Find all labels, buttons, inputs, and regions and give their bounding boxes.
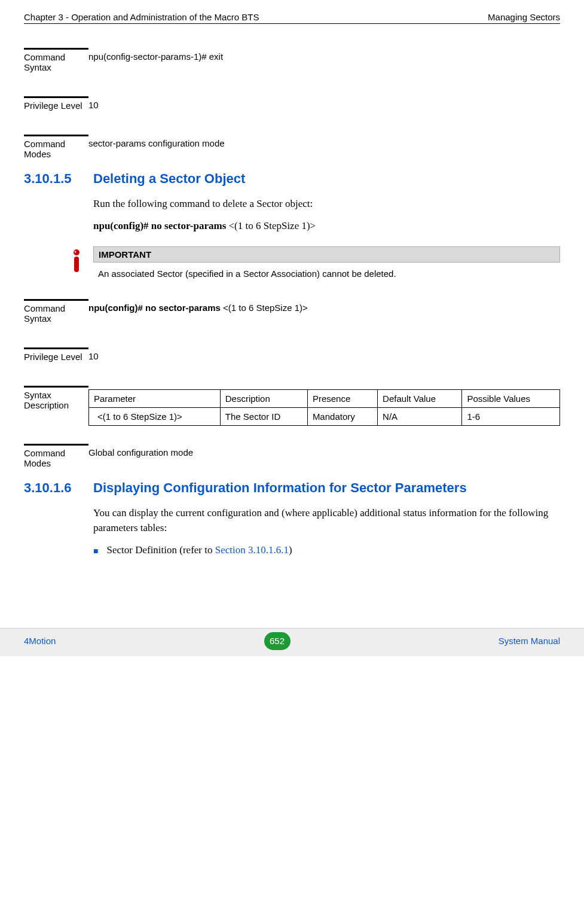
privilege-level2-row: Privilege Level 10 (24, 347, 560, 362)
th-parameter: Parameter (89, 389, 221, 407)
privilege-level2-label: Privilege Level (24, 347, 88, 362)
header-left: Chapter 3 - Operation and Administration… (24, 12, 259, 22)
th-default: Default Value (378, 389, 462, 407)
important-icon (70, 249, 83, 274)
svg-point-0 (74, 249, 80, 255)
header-right: Managing Sectors (488, 12, 560, 22)
section2-intro: You can display the current configuratio… (93, 505, 560, 536)
list-item-text: Sector Definition (refer to Section 3.10… (106, 544, 292, 556)
page-number-pill: 652 (264, 632, 291, 650)
section2-number: 3.10.1.6 (24, 480, 93, 496)
footer-right: System Manual (499, 636, 560, 646)
command-syntax2-value: npu(config)# no sector-params <(1 to 6 S… (88, 299, 560, 324)
li-text-post: ) (289, 544, 292, 556)
command-modes-label: Command Modes (24, 135, 88, 159)
command-syntax2-bold: npu(config)# no sector-params (88, 303, 223, 313)
command-argument: <(1 to 6 StepSize 1)> (229, 220, 316, 231)
page-footer: 4Motion 652 System Manual (0, 628, 584, 656)
section1-intro: Run the following command to delete a Se… (93, 196, 560, 212)
td-presence: Mandatory (307, 407, 377, 425)
privilege-level2-value: 10 (88, 347, 560, 362)
command-syntax2-plain: <(1 to 6 StepSize 1)> (223, 303, 308, 313)
section2-title: Displaying Configuration Information for… (93, 480, 467, 496)
table-row: <(1 to 6 StepSize 1)> The Sector ID Mand… (89, 407, 560, 425)
command-modes-row: Command Modes sector-params configuratio… (24, 135, 560, 159)
cross-reference-link[interactable]: Section 3.10.1.6.1 (215, 544, 289, 556)
syntax-description-label: Syntax Description (24, 386, 88, 426)
command-modes2-label: Command Modes (24, 444, 88, 468)
command-syntax2-row: Command Syntax npu(config)# no sector-pa… (24, 299, 560, 324)
command-modes-value: sector-params configuration mode (88, 135, 560, 159)
important-title: IMPORTANT (93, 246, 560, 263)
command-syntax-row: Command Syntax npu(config-sector-params-… (24, 48, 560, 72)
syntax-description-row: Syntax Description Parameter Description… (24, 386, 560, 426)
td-possible: 1-6 (462, 407, 560, 425)
privilege-level-value: 10 (88, 96, 560, 111)
section-number: 3.10.1.5 (24, 171, 93, 187)
section-heading-displaying: 3.10.1.6 Displaying Configuration Inform… (24, 480, 560, 496)
th-possible: Possible Values (462, 389, 560, 407)
command-syntax-value: npu(config-sector-params-1)# exit (88, 48, 560, 72)
th-presence: Presence (307, 389, 377, 407)
list-bullet-icon: ■ (93, 547, 98, 556)
syntax-description-table: Parameter Description Presence Default V… (88, 389, 560, 426)
svg-point-2 (75, 251, 77, 253)
footer-left: 4Motion (24, 636, 56, 646)
list-item: ■ Sector Definition (refer to Section 3.… (93, 544, 560, 556)
command-syntax2-label: Command Syntax (24, 299, 88, 324)
section-heading-deleting: 3.10.1.5 Deleting a Sector Object (24, 171, 560, 187)
important-text: An associated Sector (specified in a Sec… (93, 263, 560, 281)
td-description: The Sector ID (220, 407, 307, 425)
page-header: Chapter 3 - Operation and Administration… (24, 12, 560, 24)
privilege-level-label: Privilege Level (24, 96, 88, 111)
td-parameter: <(1 to 6 StepSize 1)> (89, 407, 221, 425)
section-title: Deleting a Sector Object (93, 171, 245, 187)
command-modes2-row: Command Modes Global configuration mode (24, 444, 560, 468)
td-default: N/A (378, 407, 462, 425)
table-header-row: Parameter Description Presence Default V… (89, 389, 560, 407)
command-line: npu(config)# no sector-params <(1 to 6 S… (93, 220, 560, 232)
command-modes2-value: Global configuration mode (88, 444, 560, 468)
command-syntax-label: Command Syntax (24, 48, 88, 72)
svg-rect-1 (74, 257, 79, 272)
command-prefix: npu(config)# no sector-params (93, 220, 229, 231)
important-callout: IMPORTANT An associated Sector (specifie… (60, 246, 560, 281)
privilege-level-row: Privilege Level 10 (24, 96, 560, 111)
li-text-pre: Sector Definition (refer to (106, 544, 215, 556)
th-description: Description (220, 389, 307, 407)
